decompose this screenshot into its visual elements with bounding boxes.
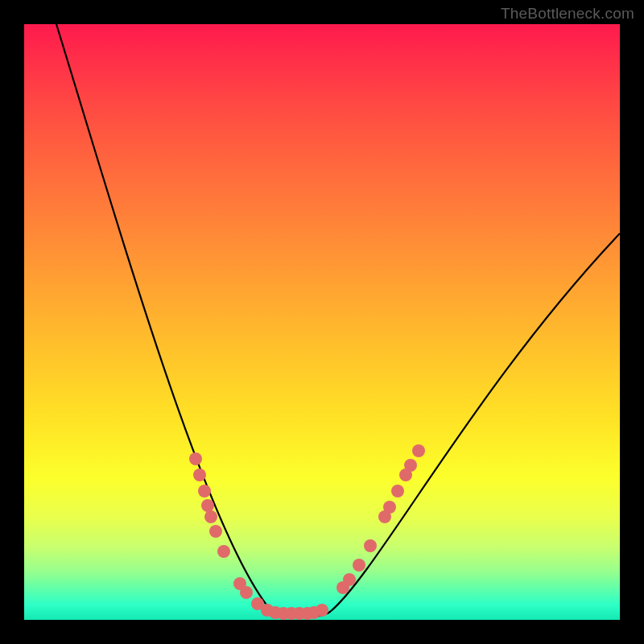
marker-layer	[24, 24, 620, 620]
sample-point	[198, 485, 211, 497]
plot-area	[24, 24, 620, 620]
sample-point	[316, 604, 328, 617]
sample-point	[412, 444, 425, 457]
sample-point	[189, 452, 202, 465]
sample-points-group	[189, 444, 425, 620]
sample-point	[217, 545, 230, 558]
sample-point	[383, 501, 396, 514]
sample-point	[353, 559, 365, 572]
watermark-text: TheBottleneck.com	[501, 5, 634, 23]
sample-point	[204, 510, 217, 523]
sample-point	[201, 499, 214, 512]
sample-point	[193, 469, 206, 481]
chart-frame: TheBottleneck.com	[0, 0, 644, 644]
sample-point	[364, 539, 377, 552]
sample-point	[343, 573, 356, 586]
sample-point	[404, 459, 417, 472]
sample-point	[391, 485, 404, 497]
sample-point	[209, 525, 222, 538]
sample-point	[240, 586, 253, 599]
